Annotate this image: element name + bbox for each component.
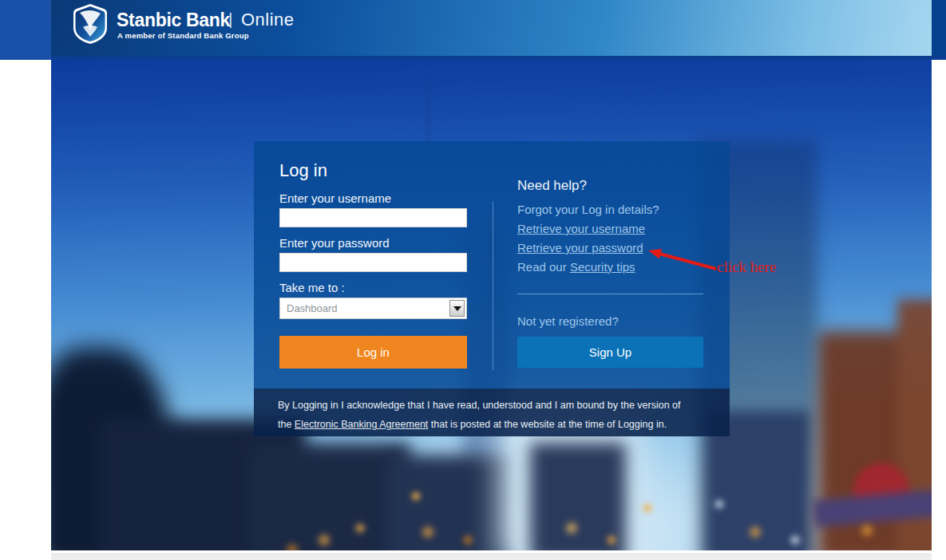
sign-up-button[interactable]: Sign Up: [517, 337, 703, 368]
username-label: Enter your username: [279, 191, 391, 205]
read-security-tips-line: Read our Security tips: [517, 260, 635, 274]
product-name: Online: [241, 10, 295, 30]
retrieve-username-link[interactable]: Retrieve your username: [517, 222, 645, 235]
forgot-details-text: Forgot your Log in details?: [517, 203, 659, 216]
page-bottom-strip: [51, 553, 932, 560]
login-button[interactable]: Log in: [279, 336, 467, 369]
destination-label: Take me to :: [279, 281, 345, 294]
not-registered-text: Not yet registered?: [517, 314, 619, 328]
stanbic-online-login-page: Stanbic Bank | Online A member of Standa…: [0, 0, 946, 560]
chevron-down-icon: [453, 306, 461, 311]
login-disclaimer: By Logging in I acknowledge that I have …: [254, 388, 730, 436]
security-tips-link[interactable]: Security tips: [570, 260, 635, 274]
disclaimer-line2-prefix: the: [278, 419, 295, 430]
login-panel: Log in Enter your username Enter your pa…: [254, 141, 730, 436]
disclaimer-line2: the Electronic Banking Agreement that is…: [278, 415, 706, 434]
destination-selected-value: Dashboard: [287, 302, 338, 314]
disclaimer-line1: By Logging in I acknowledge that I have …: [278, 396, 706, 415]
destination-select[interactable]: Dashboard: [279, 298, 467, 319]
annotation-arrow-icon: [635, 243, 725, 276]
annotation-click-here-text: click here: [717, 258, 776, 276]
retrieve-password-link[interactable]: Retrieve your password: [517, 241, 643, 254]
password-input[interactable]: [279, 253, 467, 272]
disclaimer-line2-suffix: that is posted at the website at the tim…: [428, 419, 667, 430]
header-right-strip: [932, 0, 946, 60]
username-input[interactable]: [279, 208, 467, 227]
need-help-title: Need help?: [517, 178, 587, 194]
login-title: Log in: [279, 160, 327, 181]
column-divider: [493, 201, 493, 370]
read-our-text: Read our: [517, 260, 570, 274]
dropdown-arrow-button[interactable]: [449, 300, 465, 317]
electronic-banking-agreement-link[interactable]: Electronic Banking Agreement: [295, 419, 428, 430]
header: Stanbic Bank | Online A member of Standa…: [51, 0, 932, 56]
brand-tagline: A member of Standard Bank Group: [117, 31, 249, 40]
help-divider: [517, 294, 703, 294]
stanbic-shield-logo-icon: [72, 3, 109, 45]
brand-separator: |: [228, 10, 232, 29]
brand-name: Stanbic Bank: [117, 10, 230, 31]
password-label: Enter your password: [279, 236, 390, 250]
header-left-strip: [0, 0, 51, 60]
